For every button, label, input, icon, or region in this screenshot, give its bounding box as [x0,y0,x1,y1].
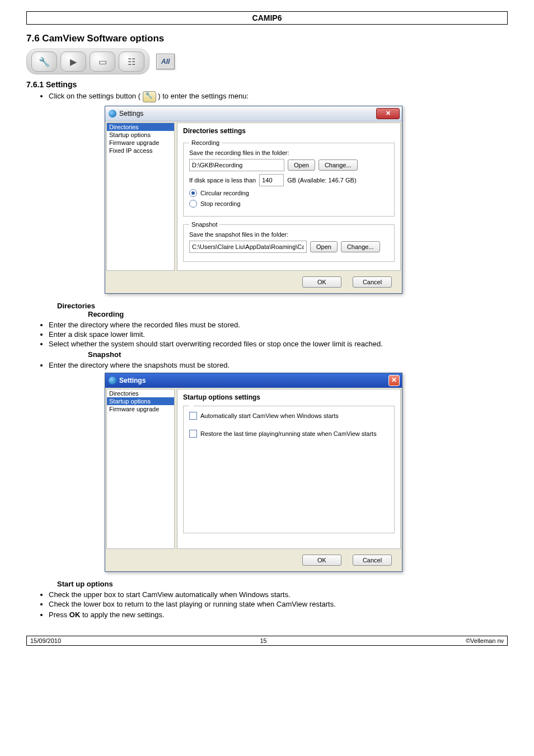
sidebar-item-startup[interactable]: Startup options [107,131,174,139]
ok-button[interactable]: OK [302,276,341,288]
cancel-button[interactable]: Cancel [353,276,392,288]
restore-checkbox[interactable] [189,430,197,438]
recording-open-button[interactable]: Open [288,159,315,171]
recording-heading: Recording [88,310,508,318]
startup-item-2: Check the lower box to return to the las… [49,600,508,608]
autostart-checkbox[interactable] [189,412,197,420]
startup-item-1: Check the upper box to start CamView aut… [49,590,508,599]
intro-line: Click on the settings button ( ) to ente… [49,91,508,102]
all-badge[interactable]: All [156,54,175,69]
main-pane: Startup options settings Automatically s… [177,389,401,549]
cancel-button[interactable]: Cancel [353,555,392,566]
settings-dialog-directories: Settings ✕ Directories Startup options F… [105,106,402,294]
settings-inline-icon [143,91,156,102]
snapshot-change-button[interactable]: Change... [341,241,380,252]
recording-fieldset: Recording Save the recording files in th… [183,139,395,217]
restore-label: Restore the last time playing/running st… [200,430,377,437]
wrench-icon[interactable]: 🔧 [31,51,57,72]
sidebar-item-directories[interactable]: Directories [107,123,174,131]
snapshot-open-button[interactable]: Open [310,241,338,252]
stop-radio[interactable] [189,200,197,208]
startup-options-heading: Start up options [57,580,508,588]
intro-suffix: ) to enter the settings menu: [158,92,249,100]
app-icon [109,377,116,384]
recording-legend: Recording [189,139,222,146]
recording-path-input[interactable] [189,159,284,171]
devices-icon[interactable]: ☷ [119,51,144,72]
circular-radio[interactable] [189,189,197,197]
sidebar-item-firmware[interactable]: Firmware upgrade [107,405,174,413]
dialog-titlebar: Settings ✕ [105,106,402,121]
stop-label: Stop recording [200,200,241,207]
page-footer: 15/09/2010 15 ©Velleman nv [26,636,508,646]
autostart-label: Automatically start CamView when Windows… [200,412,339,419]
recording-save-label: Save the recording files in the folder: [189,149,388,156]
snapshot-path-input[interactable] [189,241,307,253]
recording-change-button[interactable]: Change... [318,159,358,171]
dialog-titlebar: Settings ✕ [105,373,402,388]
snapshot-heading: Snapshot [88,350,508,359]
dialog-title: Settings [119,377,146,384]
window-icon[interactable]: ▭ [90,51,115,72]
snapshot-legend: Snapshot [189,221,219,228]
dialog-title: Settings [119,110,143,118]
settings-sidebar: Directories Startup options Firmware upg… [106,389,175,549]
toolbar: 🔧 ▶ ▭ ☷ All [26,49,508,74]
sidebar-item-fixedip[interactable]: Fixed IP access [107,147,174,154]
sidebar-item-firmware[interactable]: Firmware upgrade [107,139,174,147]
section-title: 7.6 CamView Software options [26,33,508,44]
settings-sidebar: Directories Startup options Firmware upg… [106,123,175,271]
press-ok-bold: OK [69,611,81,619]
product-header: CAMIP6 [26,11,508,25]
app-icon [109,110,116,118]
pane-title: Startup options settings [183,393,395,401]
press-prefix: Press [49,611,69,619]
rec-item-3: Select whether the system should start o… [49,340,508,348]
play-icon[interactable]: ▶ [60,51,86,72]
directories-heading: Directories [57,302,508,310]
rec-item-2: Enter a disk space lower limit. [49,330,508,339]
footer-copyright: ©Velleman nv [466,637,504,644]
settings-dialog-startup: Settings ✕ Directories Startup options F… [105,373,402,572]
toolbar-group: 🔧 ▶ ▭ ☷ [26,49,149,74]
subsection-title: 7.6.1 Settings [26,80,508,89]
main-pane: Directories settings Recording Save the … [177,123,401,271]
circular-label: Circular recording [200,190,249,196]
press-ok-line: Press OK to apply the new settings. [49,611,508,619]
footer-page: 15 [260,637,266,644]
sidebar-item-directories[interactable]: Directories [107,389,174,397]
close-button[interactable]: ✕ [388,375,400,386]
snap-item-1: Enter the directory where the snapshots … [49,361,508,369]
disk-suffix: GB (Available: 146.7 GB) [287,177,356,184]
ok-button[interactable]: OK [302,555,341,566]
footer-date: 15/09/2010 [30,637,61,644]
sidebar-item-startup[interactable]: Startup options [107,397,174,405]
intro-prefix: Click on the settings button ( [49,92,143,100]
snapshot-fieldset: Snapshot Save the snapshot files in the … [183,221,395,262]
disk-prefix: If disk space is less than [189,177,256,184]
close-button[interactable]: ✕ [376,108,400,119]
rec-item-1: Enter the directory where the recorded f… [49,321,508,329]
snapshot-save-label: Save the snapshot files in the folder: [189,231,388,238]
pane-title: Directories settings [183,127,395,135]
startup-fieldset: Automatically start CamView when Windows… [183,406,395,533]
press-suffix: to apply the new settings. [80,611,164,619]
disk-limit-input[interactable] [259,174,284,186]
